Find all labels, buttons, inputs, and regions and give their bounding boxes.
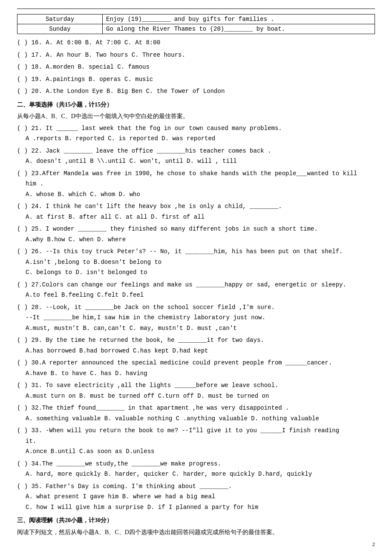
question-35: ( ) 35. Father's Day is coming. I'm thin… — [17, 481, 375, 513]
top-divider — [17, 9, 375, 9]
question-23: ( ) 23.After Mandela was free in 1990, h… — [17, 168, 375, 200]
question-22: ( ) 22. Jack ________ leave the office _… — [17, 146, 375, 167]
section2-intro: 从每小题A、B、C、D中选出一个能填入句中空白处的最佳答案。 — [17, 111, 375, 121]
question-29: ( ) 29. By the time he returned the book… — [17, 335, 375, 356]
section3-intro: 阅读下列短文，然后从每小题A、B、C、D四个选项中选出能回答问题或完成所给句子的… — [17, 527, 375, 538]
question-24: ( ) 24. I think he can't lift the heavy … — [17, 201, 375, 222]
question-26: ( ) 26. --Is this toy truck Peter's? -- … — [17, 246, 375, 278]
schedule-table: Saturday Enjoy (19)________ and buy gift… — [17, 14, 375, 34]
question-20: ( ) 20. A.the London Eye B. Big Ben C. t… — [17, 86, 375, 97]
question-18: ( ) 18. A.morden B. special C. famous — [17, 62, 375, 72]
question-31: ( ) 31. To save electricity ,all the lig… — [17, 380, 375, 401]
day-cell: Saturday — [17, 14, 103, 24]
question-19: ( ) 19. A.paintings B. operas C. music — [17, 74, 375, 85]
section3-title: 三、阅读理解（共20小题，计30分） — [17, 515, 375, 526]
question-34: ( ) 34.The ________we study,the ________… — [17, 459, 375, 480]
activity-cell: Go along the River Thames to (20)_______… — [103, 24, 375, 34]
question-32: ( ) 32.The thief found________ in that a… — [17, 403, 375, 424]
table-row: Saturday Enjoy (19)________ and buy gift… — [17, 14, 375, 24]
grammar-questions: ( ) 21. It ______ last week that the fog… — [17, 123, 375, 513]
question-27: ( ) 27.Colors can change our feelings an… — [17, 280, 375, 301]
activity-cell: Enjoy (19)________ and buy gifts for fam… — [103, 14, 375, 24]
question-16: ( ) 16. A. At 6:00 B. At 7:00 C. At 8:00 — [17, 38, 375, 48]
questions-16-20: ( ) 16. A. At 6:00 B. At 7:00 C. At 8:00… — [17, 38, 375, 97]
question-33: ( ) 33. -When will you return the book t… — [17, 425, 375, 457]
section2-title: 二、单项选择（共15小题，计15分） — [17, 99, 375, 110]
question-17: ( ) 17. A. An hour B. Two hours C. Three… — [17, 50, 375, 61]
question-30: ( ) 30.A reporter announced the special … — [17, 358, 375, 379]
page-number: 2 — [17, 541, 375, 548]
question-25: ( ) 25. I wonder ________ they finished … — [17, 224, 375, 245]
question-21: ( ) 21. It ______ last week that the fog… — [17, 123, 375, 144]
question-28: ( ) 28. --Look, it ________be Jack on th… — [17, 302, 375, 334]
day-cell: Sunday — [17, 24, 103, 34]
table-row: Sunday Go along the River Thames to (20)… — [17, 24, 375, 34]
